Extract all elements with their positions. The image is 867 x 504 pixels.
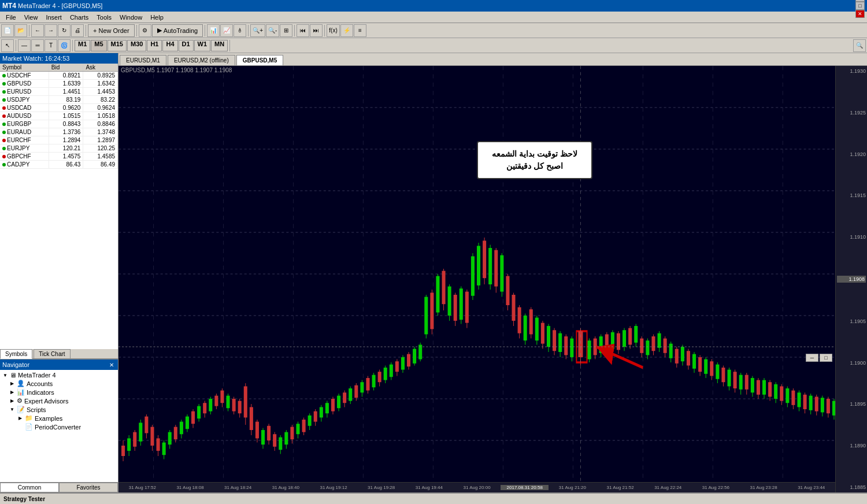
svg-rect-214 [687, 351, 690, 365]
annotation-box: لاحظ توقيت بداية الشمعه اصبح كل دقيقتين [477, 141, 592, 179]
navigator-close-button[interactable]: ✕ [108, 361, 116, 369]
close-button[interactable]: ✕ [855, 10, 865, 18]
market-watch-row[interactable]: EURAUD 1.3736 1.3748 [0, 128, 118, 136]
menu-window[interactable]: Window [116, 13, 146, 21]
svg-rect-39 [174, 427, 177, 440]
market-watch-row[interactable]: EURGBP 0.8843 0.8846 [0, 120, 118, 128]
expand-icon-ea: ▶ [9, 398, 15, 404]
app-icon: MT4 [2, 2, 16, 10]
svg-rect-101 [354, 386, 358, 398]
svg-rect-47 [197, 406, 201, 419]
tf-mn[interactable]: MN [211, 40, 228, 51]
market-watch-row[interactable]: USDJPY 83.19 83.22 [0, 96, 118, 104]
trend-indicator [2, 147, 6, 150]
nav-item-expert-advisors[interactable]: ▶ ⚙ Expert Advisors [1, 396, 117, 405]
line-button[interactable]: — [18, 39, 31, 52]
panel-minimize-button[interactable]: ─ [806, 354, 818, 362]
market-watch-row[interactable]: GBPCHF 1.4575 1.4585 [0, 153, 118, 161]
trend-indicator [2, 163, 6, 166]
new-order-button[interactable]: + New Order [88, 24, 135, 37]
scroll-left-button[interactable]: ⏮ [297, 24, 309, 37]
cursor-button[interactable]: ↖ [1, 39, 14, 52]
svg-rect-41 [180, 422, 183, 435]
search-button[interactable]: 🔍 [853, 39, 866, 52]
tab-symbols[interactable]: Symbols [0, 349, 32, 359]
tab-tick-chart[interactable]: Tick Chart [34, 349, 70, 358]
chart-tab-eurusd-m1[interactable]: EURUSD,M1 [120, 55, 166, 65]
fib-button[interactable]: 🌀 [58, 39, 71, 52]
autotrading-button[interactable]: ▶ AutoTrading [152, 24, 203, 37]
tf-h1[interactable]: H1 [147, 40, 162, 51]
grid-button[interactable]: ⊞ [280, 24, 292, 37]
scroll-right-button[interactable]: ⏭ [310, 24, 323, 37]
tf-m30[interactable]: M30 [127, 40, 146, 51]
print-button[interactable]: 🖨 [71, 24, 84, 37]
svg-rect-155 [512, 295, 515, 321]
menu-tools[interactable]: Tools [93, 13, 115, 21]
refresh-button[interactable]: ↻ [58, 24, 71, 37]
nav-item-metatrader4[interactable]: ▼ 🖥 MetaTrader 4 [1, 371, 117, 379]
chart-line-icon[interactable]: 📈 [220, 24, 233, 37]
time-label-11: 31 Aug 21:52 [596, 485, 644, 490]
indicators-button[interactable]: f(x) [327, 24, 339, 37]
market-watch-tabs: Symbols Tick Chart [0, 349, 118, 359]
zoom-in-button[interactable]: 🔍+ [250, 24, 265, 37]
zoom-out-button[interactable]: 🔍- [266, 24, 279, 37]
open-button[interactable]: 📂 [14, 24, 27, 37]
nav-item-accounts[interactable]: ▶ 👤 Accounts [1, 379, 117, 388]
tf-w1[interactable]: W1 [194, 40, 211, 51]
time-label-7: 31 Aug 19:44 [405, 485, 453, 490]
nav-item-indicators[interactable]: ▶ 📊 Indicators [1, 388, 117, 396]
nav-item-examples[interactable]: ▶ 📁 Examples [1, 414, 117, 423]
tf-m1[interactable]: M1 [75, 40, 90, 51]
price-label-10: 1.1890 [837, 443, 866, 449]
candle-icon[interactable]: 🕯 [234, 24, 246, 37]
market-watch-row[interactable]: CADJPY 86.43 86.49 [0, 161, 118, 169]
tab-common[interactable]: Common [0, 483, 59, 492]
menu-view[interactable]: View [21, 13, 42, 21]
text-button[interactable]: T [45, 39, 57, 52]
scripts-icon: 📝 [17, 406, 25, 413]
nav-item-scripts[interactable]: ▼ 📝 Scripts [1, 405, 117, 414]
menu-help[interactable]: Help [147, 13, 167, 21]
menu-file[interactable]: File [2, 13, 20, 21]
expert-toggle[interactable]: ⚡ [340, 24, 353, 37]
svg-rect-117 [401, 357, 405, 370]
market-watch-row[interactable]: EURUSD 1.4451 1.4453 [0, 88, 118, 96]
market-watch-row[interactable]: USDCAD 0.9620 0.9624 [0, 104, 118, 112]
menu-insert[interactable]: Insert [42, 13, 65, 21]
svg-rect-75 [279, 438, 282, 450]
chart-tab-gbpusd-m5[interactable]: GBPUSD,M5 [236, 55, 283, 65]
tf-d1[interactable]: D1 [179, 40, 194, 51]
panel-maximize-button[interactable]: □ [820, 354, 832, 362]
market-watch-row[interactable]: USDCHF 0.8921 0.8925 [0, 72, 118, 80]
market-watch-row[interactable]: AUDUSD 1.0515 1.0518 [0, 112, 118, 120]
maximize-button[interactable]: □ [855, 2, 865, 10]
svg-rect-49 [203, 403, 206, 413]
market-watch-row[interactable]: EURCHF 1.2894 1.2897 [0, 136, 118, 144]
indicators-icon: 📊 [17, 388, 25, 396]
menu-charts[interactable]: Charts [66, 13, 92, 21]
market-watch-row[interactable]: GBPUSD 1.6339 1.6342 [0, 80, 118, 88]
chart-bar-icon[interactable]: 📊 [207, 24, 220, 37]
svg-rect-151 [500, 255, 503, 292]
nav-item-period-converter[interactable]: 📄 PeriodConverter [1, 423, 117, 431]
svg-rect-71 [267, 426, 271, 440]
tf-m15[interactable]: M15 [108, 40, 127, 51]
market-watch-row[interactable]: EURJPY 120.21 120.25 [0, 144, 118, 153]
period-sep-button[interactable]: ≡ [354, 24, 366, 37]
tab-favorites[interactable]: Favorites [59, 483, 118, 492]
forward-button[interactable]: → [45, 24, 57, 37]
tf-m5[interactable]: M5 [91, 40, 106, 51]
tf-h4[interactable]: H4 [162, 40, 177, 51]
chart-svg [118, 66, 835, 482]
new-button[interactable]: 📄 [1, 24, 14, 37]
back-button[interactable]: ← [31, 24, 44, 37]
chart-tab-eurusd-m2[interactable]: EURUSD,M2 (offline) [168, 55, 235, 65]
annotation-line2: اصبح كل دقيقتين [487, 160, 582, 172]
hline-button[interactable]: ═ [31, 39, 44, 52]
time-label-15: 31 Aug 23:44 [787, 485, 835, 490]
nav-label-metatrader4: MetaTrader 4 [18, 372, 56, 379]
settings-icon[interactable]: ⚙ [139, 24, 151, 37]
time-label-9: 2017.08.31 20:58 [501, 485, 549, 490]
